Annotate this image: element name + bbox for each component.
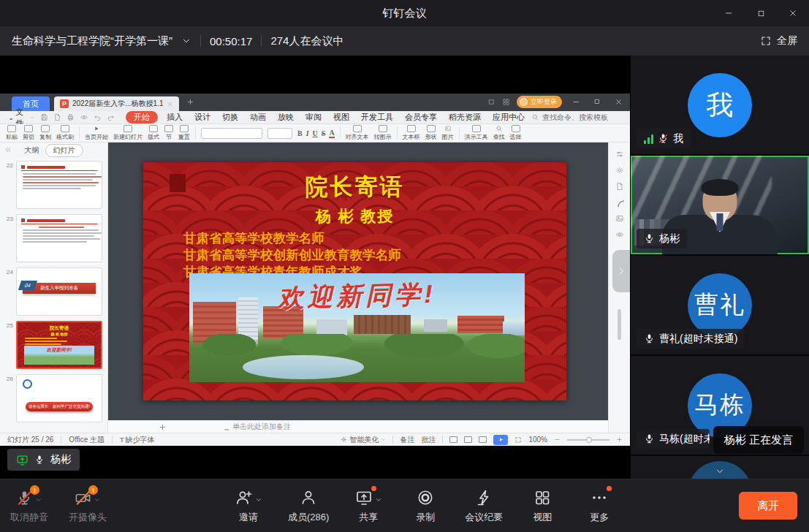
add-slide-button[interactable] xyxy=(108,423,216,431)
play-from-button[interactable]: 当页开始 xyxy=(85,125,108,141)
menu-transition[interactable]: 切换 xyxy=(217,112,243,123)
slide-thumb-25-selected[interactable]: 25 院长寄语 杨 彬 教授 欢 xyxy=(0,321,102,369)
tab-slides[interactable]: 幻灯片 xyxy=(45,144,83,157)
menu-animation[interactable]: 动画 xyxy=(245,112,271,123)
tab-close-icon[interactable] xyxy=(167,101,173,107)
slide-thumb-26[interactable]: 26 请各位家长、新同学广泛交流沟通! xyxy=(0,374,102,422)
picture-button[interactable]: 图片 xyxy=(442,125,454,141)
login-button[interactable]: 立即登录 xyxy=(517,96,562,108)
panel-collapse-icon[interactable] xyxy=(4,146,12,155)
preview-icon[interactable] xyxy=(80,113,88,121)
slide-thumb-24[interactable]: 24 04 新生入学报到准备 xyxy=(0,267,102,316)
view-layout-button[interactable]: 视图 xyxy=(525,487,560,524)
wps-close-button[interactable] xyxy=(611,98,626,106)
select-button[interactable]: 选择 xyxy=(510,125,522,141)
slideshow-play-button[interactable] xyxy=(493,435,508,445)
reading-view-icon[interactable] xyxy=(479,436,487,443)
underline-button[interactable]: U xyxy=(313,129,318,137)
italic-button[interactable]: I xyxy=(306,129,309,137)
participant-tile-next[interactable] xyxy=(631,456,809,479)
chevron-down-icon[interactable] xyxy=(255,496,262,503)
properties-icon[interactable] xyxy=(615,150,624,159)
close-button[interactable] xyxy=(777,0,809,26)
new-tab-button[interactable] xyxy=(186,96,194,109)
zoom-in-icon[interactable] xyxy=(616,436,623,443)
menu-view[interactable]: 视图 xyxy=(328,112,354,123)
chevron-down-icon[interactable] xyxy=(375,496,382,503)
copy-button[interactable]: 复制 xyxy=(39,125,51,141)
unmute-button[interactable]: ! 取消静音 xyxy=(10,487,48,524)
minimize-button[interactable] xyxy=(713,0,745,26)
tab-outline[interactable]: 大纲 xyxy=(25,145,39,156)
share-screen-button[interactable]: 共享 xyxy=(351,487,386,524)
notes-placeholder[interactable]: 单击此处添加备注 xyxy=(216,422,291,432)
leave-meeting-button[interactable]: 离开 xyxy=(739,492,797,520)
file-panel-icon[interactable] xyxy=(615,182,624,191)
wps-document-tab[interactable]: P 2022届新生入学...杨教授1.1 xyxy=(54,96,179,111)
layout-button[interactable]: 版式 xyxy=(148,125,159,141)
fit-icon[interactable] xyxy=(514,436,522,444)
reset-button[interactable]: 重置 xyxy=(178,125,190,141)
zoom-slider[interactable] xyxy=(567,439,609,441)
redo-icon[interactable] xyxy=(107,113,115,121)
participant-tile-caoli[interactable]: 曹礼 曹礼(超时未接通) xyxy=(631,256,809,354)
presentation-tools-button[interactable]: 演示工具 xyxy=(465,125,488,141)
chevron-down-icon[interactable] xyxy=(94,496,101,503)
undo-icon[interactable] xyxy=(94,113,102,121)
convert-diagram-button[interactable]: 转图示 xyxy=(374,125,392,141)
layout-toggle-icon[interactable] xyxy=(487,98,495,106)
invite-button[interactable]: 邀请 xyxy=(231,487,266,524)
normal-view-icon[interactable] xyxy=(449,436,457,443)
menu-review[interactable]: 审阅 xyxy=(300,112,327,123)
menu-devtools[interactable]: 开发工具 xyxy=(356,112,398,123)
save-icon[interactable] xyxy=(40,113,48,121)
slide-thumb-22[interactable]: 22 xyxy=(0,161,102,209)
shape-button[interactable]: 形状 xyxy=(425,125,437,141)
file-icon[interactable] xyxy=(53,113,61,121)
strikethrough-button[interactable]: S xyxy=(322,129,326,137)
vertical-scrollbar[interactable] xyxy=(618,309,621,340)
find-button[interactable]: 查找 xyxy=(493,125,505,141)
settings-icon[interactable] xyxy=(615,166,624,175)
chevron-down-icon[interactable] xyxy=(181,36,191,46)
textbox-button[interactable]: 文本框 xyxy=(403,125,420,141)
menu-slideshow[interactable]: 放映 xyxy=(273,112,299,123)
format-painter-button[interactable]: 格式刷 xyxy=(56,125,74,141)
meeting-minutes-button[interactable]: 会议纪要 xyxy=(465,487,503,524)
participant-tile-yangbin[interactable]: 杨彬 xyxy=(631,156,809,254)
section-button[interactable]: 节 xyxy=(164,125,173,141)
font-color-button[interactable]: A xyxy=(329,129,334,138)
menu-docer[interactable]: 稻壳资源 xyxy=(444,112,486,123)
menu-insert[interactable]: 插入 xyxy=(162,112,188,123)
members-button[interactable]: 成员(286) xyxy=(288,487,329,524)
menu-design[interactable]: 设计 xyxy=(189,112,216,123)
slide-thumb-23[interactable]: 23 xyxy=(0,214,102,262)
cut-button[interactable]: 剪切 xyxy=(23,125,34,141)
help-icon[interactable] xyxy=(615,198,624,207)
image-panel-icon[interactable] xyxy=(615,214,624,223)
maximize-button[interactable] xyxy=(745,0,777,26)
resource-icon[interactable] xyxy=(615,230,624,239)
wps-restore-button[interactable] xyxy=(590,98,604,105)
notes-toggle[interactable]: 备注 xyxy=(400,435,414,445)
comments-toggle[interactable]: 批注 xyxy=(421,435,436,445)
menu-home[interactable]: 开始 xyxy=(126,111,158,123)
camera-on-button[interactable]: ! 开摄像头 xyxy=(69,487,107,524)
participant-tile-me[interactable]: 我 我 xyxy=(631,56,809,154)
font-name-select[interactable] xyxy=(201,128,262,139)
align-text-button[interactable]: 对齐文本 xyxy=(346,125,369,141)
menu-apps[interactable]: 应用中心 xyxy=(487,112,530,123)
more-button[interactable]: 更多 xyxy=(582,487,617,524)
sorter-view-icon[interactable] xyxy=(464,436,472,443)
zoom-out-icon[interactable] xyxy=(554,436,561,443)
bold-button[interactable]: B xyxy=(297,129,303,137)
skin-icon[interactable] xyxy=(502,98,510,106)
menu-member[interactable]: 会员专享 xyxy=(400,112,442,123)
font-size-select[interactable] xyxy=(267,128,292,139)
record-button[interactable]: 录制 xyxy=(408,487,443,524)
beautify-button[interactable]: 智能美化 xyxy=(341,435,386,445)
print-icon[interactable] xyxy=(67,113,75,121)
paste-button[interactable]: 粘贴 xyxy=(6,125,18,141)
missing-font-warning[interactable]: T 缺少字体 xyxy=(120,435,155,445)
chevron-down-icon[interactable] xyxy=(35,496,42,503)
